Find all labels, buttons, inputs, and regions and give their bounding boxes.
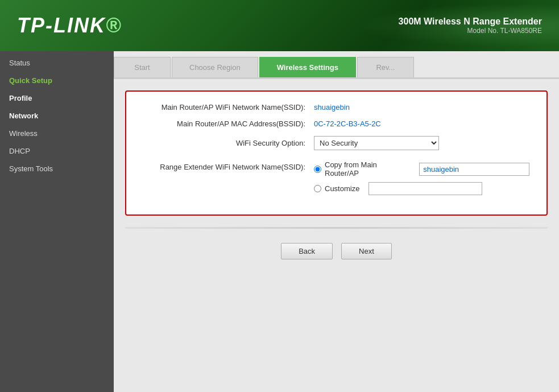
extender-ssid-row: Range Extender WiFi Network Name(SSID): … (143, 158, 529, 195)
logo: TP-LINK® (17, 14, 122, 38)
main-ssid-value: shuaigebin (314, 103, 350, 112)
customize-radio-row: Customize (314, 182, 529, 195)
main-ssid-row: Main Router/AP WiFi Network Name(SSID): … (143, 103, 529, 112)
form-container: Main Router/AP WiFi Network Name(SSID): … (125, 90, 548, 216)
back-button[interactable]: Back (281, 243, 333, 259)
sidebar-item-dhcp[interactable]: DHCP (0, 142, 114, 160)
content-area: Start Choose Region Wireless Settings Re… (114, 51, 559, 392)
mac-value: 0C-72-2C-B3-A5-2C (314, 119, 381, 128)
sidebar-item-quick-setup[interactable]: Quick Setup (0, 72, 114, 89)
security-label: WiFi Security Option: (143, 139, 314, 147)
tab-review[interactable]: Rev... (357, 57, 414, 77)
customize-ssid-input[interactable] (368, 182, 482, 195)
customize-radio[interactable] (314, 185, 321, 192)
separator (125, 227, 548, 229)
security-row: WiFi Security Option: No Security WPA2-P… (143, 136, 529, 150)
copy-radio[interactable] (314, 166, 321, 173)
button-row: Back Next (114, 243, 559, 259)
wizard-tabs: Start Choose Region Wireless Settings Re… (114, 51, 559, 79)
sidebar-item-wireless[interactable]: Wireless (0, 125, 114, 142)
main-ssid-label: Main Router/AP WiFi Network Name(SSID): (143, 103, 314, 112)
tab-choose-region[interactable]: Choose Region (172, 57, 258, 77)
customize-radio-label: Customize (325, 184, 359, 193)
model-number: Model No. TL-WA850RE (399, 27, 542, 35)
logo-text: TP-LINK (17, 14, 106, 37)
tab-start[interactable]: Start (114, 57, 171, 77)
sidebar-item-network[interactable]: Network (0, 107, 114, 125)
header-info: 300M Wireless N Range Extender Model No.… (399, 16, 542, 35)
sidebar-item-profile[interactable]: Profile (0, 89, 114, 107)
main-layout: Status Quick Setup Profile Network Wirel… (0, 51, 559, 392)
sidebar: Status Quick Setup Profile Network Wirel… (0, 51, 114, 392)
security-select[interactable]: No Security WPA2-PSK WPA-PSK (314, 136, 439, 150)
copy-radio-row: Copy from Main Router/AP (314, 160, 529, 178)
copy-ssid-input[interactable] (419, 163, 529, 176)
product-name: 300M Wireless N Range Extender (399, 16, 542, 27)
extender-ssid-label: Range Extender WiFi Network Name(SSID): (143, 160, 314, 171)
header: TP-LINK® 300M Wireless N Range Extender … (0, 0, 559, 51)
tab-wireless-settings[interactable]: Wireless Settings (259, 57, 356, 77)
mac-row: Main Router/AP MAC Address(BSSID): 0C-72… (143, 119, 529, 128)
copy-radio-label: Copy from Main Router/AP (325, 160, 410, 178)
sidebar-item-system-tools[interactable]: System Tools (0, 160, 114, 178)
next-button[interactable]: Next (341, 243, 392, 259)
sidebar-item-status[interactable]: Status (0, 54, 114, 72)
mac-label: Main Router/AP MAC Address(BSSID): (143, 119, 314, 128)
